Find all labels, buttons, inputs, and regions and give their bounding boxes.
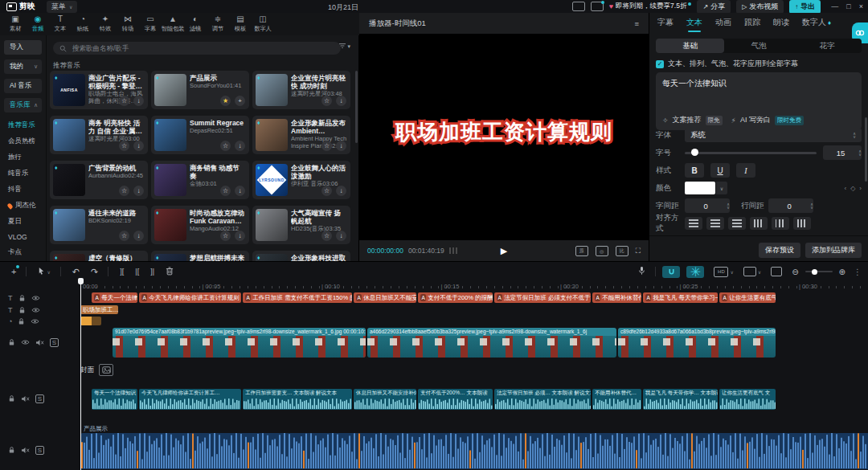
quality-dropdown[interactable]: HD ∨ [714, 267, 733, 277]
lock-icon[interactable] [8, 446, 15, 454]
italic-button[interactable]: I [736, 163, 755, 178]
playhead[interactable] [80, 278, 81, 470]
size-slider[interactable] [685, 152, 817, 154]
favorite-star-button[interactable]: ☆ [220, 231, 231, 241]
favorite-star-button[interactable]: ☆ [321, 231, 332, 241]
music-card[interactable]: ♦企业形象新品发布 Ambient Suspense …Ambient Happ… [252, 116, 350, 154]
align-vcenter-button[interactable] [772, 217, 789, 230]
solo-icon[interactable]: S [35, 446, 44, 455]
eye-icon[interactable] [31, 295, 40, 301]
music-card[interactable]: ♦企业宣传片明亮轻快 成功时刻迷离时光星河03:48☆↓ [252, 71, 350, 109]
publish-button[interactable]: ▷ 发布视频 [736, 0, 784, 14]
favorite-star-button[interactable]: ☆ [119, 231, 129, 241]
tts-audio-clip[interactable]: 法定节假日加班 必须… 文本朗读 解说文本 [494, 389, 591, 410]
media-tab-调节[interactable]: ≑调节 [207, 15, 228, 33]
select-tool-button[interactable]: ∨ [38, 267, 50, 277]
inspector-tab-字幕[interactable]: 字幕 [657, 17, 674, 30]
search-input[interactable] [71, 43, 299, 53]
media-tab-音频[interactable]: ◉音频 [27, 15, 48, 33]
timeline-zoom-slider[interactable] [805, 271, 833, 272]
trim-right-icon[interactable]: ]| [150, 268, 154, 276]
menu-button[interactable]: 菜单 ∨ [47, 1, 77, 13]
favorite-star-button[interactable]: ☆ [119, 96, 129, 106]
auto-snap-toggle[interactable]: ✳ [686, 266, 704, 278]
subtitle-clip[interactable]: A我是飞凡 每天带你学习一个法律知识 [643, 292, 718, 303]
tts-audio-clip[interactable]: 支付不低于200%… 文本朗读 [418, 389, 493, 410]
music-card[interactable]: ♦Summit RegraceDepasRec02:51☆↓ [151, 116, 249, 154]
subtitle-clip[interactable]: A每天一个法律… [92, 292, 137, 303]
media-tab-滤镜[interactable]: ◐滤镜 [185, 15, 206, 33]
music-card[interactable]: ♦商务 明亮轻快 活力 自信 企业·属于自己的舞台迷离时光星河03:00☆↓ [50, 116, 148, 154]
ai-voiceover-button[interactable]: AI 写旁白 [740, 115, 771, 125]
sidebar-item-纯音乐[interactable]: 纯音乐 [0, 166, 46, 182]
font-select[interactable]: 系统 ∧∨ [685, 128, 862, 142]
media-tab-转场[interactable]: ⋈转场 [117, 15, 138, 33]
eye-icon[interactable] [21, 339, 30, 345]
subtab-气泡[interactable]: 气泡 [724, 39, 792, 53]
music-card[interactable]: ♦LYRSOUND企业鼓舞人心的活泼激励伊利亚 音乐03:06☆↓ [252, 161, 350, 199]
sidebar-item-夏日[interactable]: 夏日 [0, 214, 46, 230]
download-button[interactable]: ↓ [336, 231, 346, 241]
favorite-star-button[interactable]: ☆ [321, 96, 332, 106]
subtitle-clip[interactable]: A工作日加班 需支付不低于工资150% 的报酬… [243, 292, 352, 303]
more-options-icon[interactable]: ⋮ [854, 268, 862, 276]
underline-button[interactable]: U [710, 163, 730, 178]
main-track-magnet-toggle[interactable] [662, 266, 680, 278]
media-tab-模板[interactable]: ▤模板 [230, 15, 251, 33]
save-preset-button[interactable]: 保存预设 [759, 243, 800, 258]
tts-audio-clip[interactable]: 我是飞凡 每天带你学… 文本朗读 解… [643, 389, 718, 410]
subtitle-textarea[interactable]: 每天一个法律知识 ✧ 文案推荐 限免 ⚡ AI 写旁白 限时免费 [656, 72, 862, 130]
playhead-handle[interactable] [78, 278, 84, 284]
record-voiceover-icon[interactable] [638, 264, 645, 279]
mute-icon[interactable] [21, 395, 30, 403]
apply-all-row[interactable]: ✓ 文本、排列、气泡、花字应用到全部字幕 [656, 59, 798, 69]
scrollbar[interactable] [865, 117, 867, 182]
music-card[interactable]: ♦虚空（青修版）VodKa03:36☆↓ [50, 251, 148, 261]
video-clip[interactable]: a466d2290314efbb8aaef5d0b3ba325preview.j… [367, 328, 616, 358]
music-card[interactable]: ♦大气高端宣传 扬帆起航HD235(音乐)03:35☆↓ [252, 206, 350, 244]
video-overlay-text[interactable]: 职场加班工资计算规则 [395, 118, 612, 146]
inspector-tab-文本[interactable]: 文本 [686, 17, 702, 30]
vip-renewal-notice[interactable]: ♥ 即将到期，续费享7.5折 [609, 2, 692, 11]
tts-audio-clip[interactable]: 让你生活更有底气 文 [719, 389, 776, 410]
add-media-button[interactable]: + [11, 267, 16, 276]
letter-spacing-input[interactable]: 0 ∧∨ [685, 198, 730, 213]
cover-button[interactable]: 封面 [80, 364, 113, 376]
stepper-icon[interactable]: ∧∨ [853, 132, 856, 138]
music-card[interactable]: ♦ANFISA商业广告片配乐 - 积极明亮 - 擎登商路职场爵士电台，海风舞曲，… [50, 71, 148, 109]
subtab-花字[interactable]: 花字 [793, 39, 862, 53]
mute-icon[interactable] [21, 447, 30, 454]
stepper-icon[interactable]: ∧∨ [858, 149, 862, 156]
ratio-icon[interactable]: 比 [616, 246, 628, 256]
track-header-music[interactable]: S [0, 442, 80, 458]
video-clip[interactable]: 91d07e0d76954ce7aaf08b83f1b9781apreview.… [113, 328, 366, 358]
media-tab-特效[interactable]: ✦特效 [95, 15, 116, 33]
subtitle-clip[interactable]: A让你生活更有底气 [719, 292, 776, 303]
download-button[interactable]: ↓ [133, 231, 144, 241]
lock-icon[interactable] [18, 317, 25, 325]
align-vtop-button[interactable] [750, 217, 768, 230]
subtitle-clip[interactable]: A不能用补休替代… [592, 292, 641, 303]
favorite-star-button[interactable]: ★ [220, 96, 231, 106]
download-button[interactable]: ↓ [336, 96, 346, 106]
maximize-button[interactable]: □ [846, 2, 850, 10]
lock-icon[interactable] [8, 394, 15, 403]
checkbox-checked-icon[interactable]: ✓ [656, 60, 664, 68]
align-left-button[interactable] [685, 217, 702, 230]
preview-viewport[interactable]: 职场加班工资计算规则 [359, 34, 649, 240]
stepper-icon[interactable]: ∧∨ [727, 202, 730, 209]
export-button[interactable]: ↑ 导出 [789, 0, 821, 14]
close-button[interactable]: × [859, 2, 863, 10]
play-button[interactable]: ▶ [501, 246, 507, 256]
tts-audio-clip[interactable]: 不能用补休替代… [592, 389, 641, 410]
tts-audio-clip[interactable]: 休息日加班又不能安排补休… [354, 389, 416, 410]
timeline-ruler[interactable]: 00:0000:0500:1000:1500:2000:2500:30 [80, 281, 868, 292]
inspector-tab-数字人[interactable]: 数字人♦ [802, 17, 831, 30]
sidebar-group-music-lib[interactable]: 音乐库∧ [4, 98, 42, 112]
download-button[interactable]: ↓ [235, 141, 245, 151]
slider-knob[interactable] [691, 149, 698, 156]
subtitle-clip[interactable]: A支付不低于200% 的报酬… [418, 292, 493, 303]
color-dropdown-icon[interactable]: ∨ [716, 182, 727, 194]
fullscreen-icon[interactable]: ⛶ [636, 247, 641, 255]
download-button[interactable]: ↓ [336, 141, 346, 151]
